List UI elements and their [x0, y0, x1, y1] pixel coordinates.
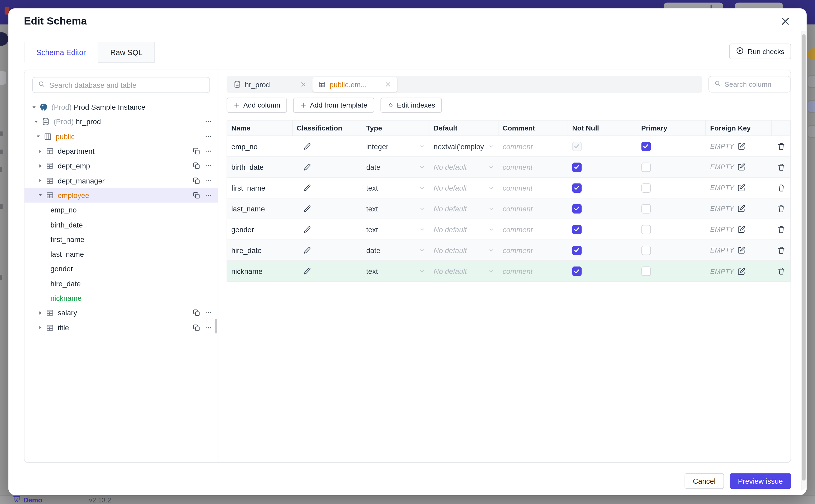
classification-edit-icon[interactable]: [303, 163, 311, 171]
column-name[interactable]: birth_date: [231, 163, 264, 171]
edit-foreign-key-icon[interactable]: [737, 205, 745, 212]
checkbox-unchecked[interactable]: [641, 204, 650, 213]
add-from-template-button[interactable]: Add from template: [293, 98, 374, 113]
comment-input[interactable]: comment: [503, 163, 533, 171]
column-name[interactable]: emp_no: [231, 142, 258, 151]
tree-item-employee[interactable]: employee: [25, 188, 218, 203]
tree-column-hire_date[interactable]: hire_date: [25, 276, 218, 291]
checkbox-checked[interactable]: [572, 245, 581, 255]
classification-edit-icon[interactable]: [303, 225, 311, 234]
delete-column-icon[interactable]: [777, 267, 785, 275]
checkbox-checked[interactable]: [572, 183, 581, 192]
cancel-button[interactable]: Cancel: [684, 473, 724, 489]
edit-foreign-key-icon[interactable]: [737, 163, 745, 171]
tree-search-input[interactable]: [49, 81, 204, 89]
comment-input[interactable]: comment: [503, 142, 533, 151]
more-actions-icon[interactable]: [205, 148, 212, 155]
edit-foreign-key-icon[interactable]: [737, 142, 745, 150]
default-select[interactable]: No default: [434, 267, 494, 275]
editor-tab-public-em-[interactable]: public.em...: [312, 77, 397, 92]
delete-column-icon[interactable]: [777, 184, 785, 192]
add-column-button[interactable]: Add column: [226, 98, 287, 113]
default-select[interactable]: No default: [434, 225, 494, 234]
default-select[interactable]: No default: [434, 184, 494, 192]
copy-icon[interactable]: [193, 148, 200, 155]
column-search-input[interactable]: [725, 80, 785, 88]
default-select[interactable]: nextval('employ: [434, 142, 494, 151]
editor-tab-hr-prod[interactable]: hr_prod: [228, 77, 312, 92]
edit-foreign-key-icon[interactable]: [737, 267, 745, 275]
classification-edit-icon[interactable]: [303, 142, 311, 151]
delete-column-icon[interactable]: [777, 225, 785, 234]
default-select[interactable]: No default: [434, 204, 494, 213]
more-actions-icon[interactable]: [205, 309, 212, 317]
caret-right-icon[interactable]: [37, 325, 43, 331]
edit-foreign-key-icon[interactable]: [737, 184, 745, 192]
more-actions-icon[interactable]: [205, 162, 212, 170]
column-name[interactable]: hire_date: [231, 246, 262, 254]
delete-column-icon[interactable]: [777, 204, 785, 213]
type-select[interactable]: integer: [366, 142, 425, 151]
classification-edit-icon[interactable]: [303, 267, 311, 275]
caret-down-icon[interactable]: [31, 104, 37, 110]
tree-item-prod-sample-instance[interactable]: (Prod)Prod Sample Instance: [25, 100, 218, 114]
tree-item-public[interactable]: public: [25, 129, 218, 144]
checkbox-checked[interactable]: [641, 142, 650, 151]
checkbox-checked[interactable]: [572, 204, 581, 213]
edit-foreign-key-icon[interactable]: [737, 225, 745, 233]
column-name[interactable]: gender: [231, 225, 254, 234]
checkbox-unchecked[interactable]: [641, 225, 650, 234]
classification-edit-icon[interactable]: [303, 246, 311, 254]
type-select[interactable]: text: [366, 225, 425, 234]
tree-item-title[interactable]: title: [25, 320, 218, 335]
edit-foreign-key-icon[interactable]: [737, 246, 745, 254]
tree-item-dept-emp[interactable]: dept_emp: [25, 158, 218, 173]
default-select[interactable]: No default: [434, 163, 494, 171]
copy-icon[interactable]: [193, 324, 200, 331]
type-select[interactable]: text: [366, 267, 425, 275]
tab-schema-editor[interactable]: Schema Editor: [24, 42, 98, 63]
more-actions-icon[interactable]: [205, 192, 212, 199]
edit-indexes-button[interactable]: Edit indexes: [380, 98, 442, 113]
comment-input[interactable]: comment: [503, 204, 533, 213]
checkbox-checked[interactable]: [572, 266, 581, 276]
caret-right-icon[interactable]: [37, 310, 43, 316]
checkbox-unchecked[interactable]: [641, 162, 650, 172]
default-select[interactable]: No default: [434, 246, 494, 254]
delete-column-icon[interactable]: [777, 142, 785, 151]
dialog-scrollbar-thumb[interactable]: [802, 34, 806, 481]
copy-icon[interactable]: [193, 192, 200, 199]
caret-down-icon[interactable]: [33, 119, 39, 125]
copy-icon[interactable]: [193, 177, 200, 184]
caret-right-icon[interactable]: [37, 148, 43, 154]
column-name[interactable]: last_name: [231, 204, 265, 213]
column-name[interactable]: first_name: [231, 184, 265, 192]
more-actions-icon[interactable]: [205, 118, 212, 125]
checkbox-checked[interactable]: [572, 162, 581, 172]
tree-column-gender[interactable]: gender: [25, 261, 218, 276]
tree-item-salary[interactable]: salary: [25, 306, 218, 320]
more-actions-icon[interactable]: [205, 177, 212, 184]
classification-edit-icon[interactable]: [303, 184, 311, 192]
preview-issue-button[interactable]: Preview issue: [730, 473, 791, 489]
classification-edit-icon[interactable]: [303, 204, 311, 213]
type-select[interactable]: date: [366, 246, 425, 254]
checkbox-checked[interactable]: [572, 142, 581, 151]
checkbox-unchecked[interactable]: [641, 266, 650, 276]
comment-input[interactable]: comment: [503, 184, 533, 192]
caret-right-icon[interactable]: [37, 163, 43, 169]
more-actions-icon[interactable]: [205, 324, 212, 331]
sidebar-scrollbar-thumb[interactable]: [215, 319, 217, 333]
type-select[interactable]: text: [366, 204, 425, 213]
close-icon[interactable]: [780, 15, 791, 27]
dialog-scrollbar[interactable]: [801, 31, 807, 490]
tab-raw-sql[interactable]: Raw SQL: [98, 42, 155, 63]
delete-column-icon[interactable]: [777, 163, 785, 171]
copy-icon[interactable]: [193, 162, 200, 170]
more-actions-icon[interactable]: [205, 133, 212, 140]
copy-icon[interactable]: [193, 309, 200, 317]
checkbox-checked[interactable]: [572, 225, 581, 234]
tree-column-emp_no[interactable]: emp_no: [25, 203, 218, 217]
close-tab-icon[interactable]: [300, 81, 307, 88]
tree-column-last_name[interactable]: last_name: [25, 247, 218, 261]
